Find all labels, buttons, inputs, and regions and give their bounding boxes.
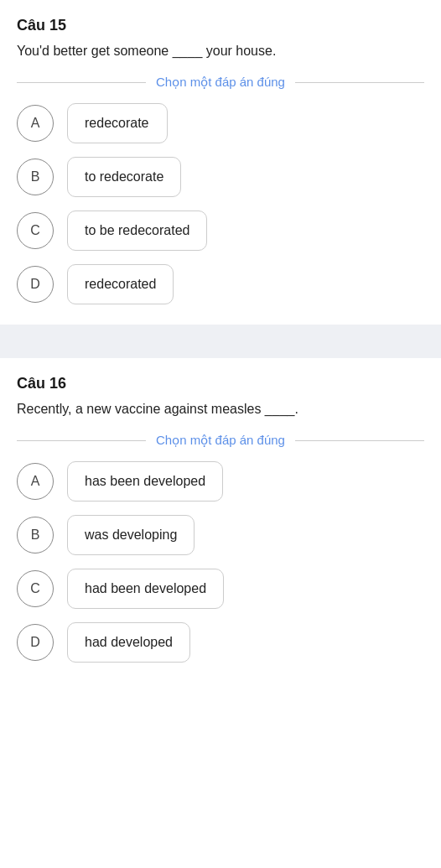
option-15-b-circle: B	[17, 159, 54, 195]
question-15-divider: Chọn một đáp án đúng	[17, 75, 424, 90]
option-15-c[interactable]: C to be redecorated	[17, 211, 424, 251]
divider-line-right-2	[295, 440, 424, 441]
option-16-a[interactable]: A has been developed	[17, 461, 424, 502]
option-16-c[interactable]: C had been developed	[17, 569, 424, 609]
divider-line-right	[295, 82, 424, 83]
option-15-a[interactable]: A redecorate	[17, 103, 424, 143]
question-15-text: You'd better get someone ____ your house…	[17, 41, 424, 61]
option-15-b-label: to redecorate	[67, 157, 181, 197]
option-15-a-label: redecorate	[67, 103, 168, 143]
option-15-b[interactable]: B to redecorate	[17, 157, 424, 197]
question-15-instruction: Chọn một đáp án đúng	[156, 75, 285, 90]
option-16-d[interactable]: D had developed	[17, 622, 424, 663]
question-15-options: A redecorate B to redecorate C to be red…	[0, 103, 441, 304]
option-16-c-circle: C	[17, 570, 54, 607]
option-16-d-label: had developed	[67, 622, 190, 663]
option-16-a-circle: A	[17, 463, 54, 500]
option-15-d-circle: D	[17, 266, 54, 303]
question-16-title: Câu 16	[17, 375, 424, 392]
divider-line-left	[17, 82, 146, 83]
option-16-d-circle: D	[17, 624, 54, 661]
question-15-title: Câu 15	[17, 17, 424, 34]
section-separator	[0, 325, 441, 358]
question-16-divider: Chọn một đáp án đúng	[17, 433, 424, 448]
option-15-d[interactable]: D redecorated	[17, 264, 424, 304]
option-16-b[interactable]: B was developing	[17, 515, 424, 555]
question-16-text: Recently, a new vaccine against measles …	[17, 399, 424, 419]
divider-line-left-2	[17, 440, 146, 441]
option-16-b-label: was developing	[67, 515, 195, 555]
option-16-a-label: has been developed	[67, 461, 223, 502]
question-16-instruction: Chọn một đáp án đúng	[156, 433, 285, 448]
option-15-a-circle: A	[17, 105, 54, 142]
option-15-c-label: to be redecorated	[67, 211, 207, 251]
option-15-c-circle: C	[17, 212, 54, 249]
question-16-options: A has been developed B was developing C …	[0, 461, 441, 663]
question-15-block: Câu 15 You'd better get someone ____ you…	[0, 0, 441, 61]
option-16-c-label: had been developed	[67, 569, 224, 609]
question-16-block: Câu 16 Recently, a new vaccine against m…	[0, 358, 441, 419]
option-15-d-label: redecorated	[67, 264, 174, 304]
option-16-b-circle: B	[17, 517, 54, 554]
